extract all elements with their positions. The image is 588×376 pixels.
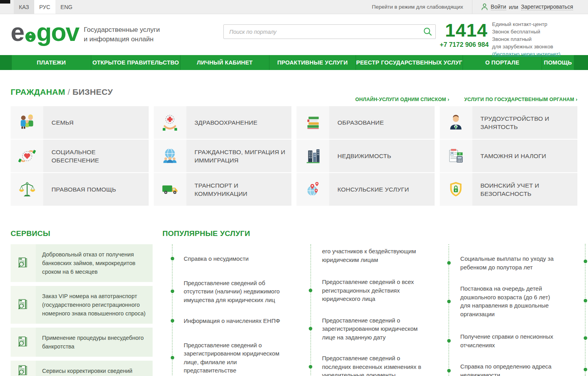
category-label: СЕМЬЯ [43,106,149,139]
popular-column-2: его участников к бездействующим юридичес… [301,244,439,376]
popular-service-link[interactable]: Социальные выплаты по уходу за ребенком … [449,254,577,271]
popular-service-link[interactable]: Информация о начислениях ЕНПФ [173,317,301,325]
login-area: Войти или Зарегистрироваться [472,0,588,14]
accessibility-mode-link[interactable]: Перейти в режим для слабовидящих [363,0,472,14]
category-transport[interactable]: ТРАНСПОРТ И КОММУНИКАЦИИ [154,173,292,206]
popular-service-link[interactable]: Предоставление сведений о зарегистрирова… [311,316,439,342]
services-title: СЕРВИСЫ [11,229,50,238]
category-education[interactable]: ОБРАЗОВАНИЕ [297,106,435,139]
section-links: ОНЛАЙН-УСЛУГИ ОДНИМ СПИСКОМ › УСЛУГИ ПО … [355,97,577,102]
document-search-icon [11,244,36,282]
document-search-icon [11,286,36,324]
contact-phone-block: 1414 +7 7172 906 984 [440,21,488,48]
popular-service-link[interactable]: Постановка на очередь детей дошкольного … [449,284,577,318]
category-label: ТАМОЖНЯ И НАЛОГИ [472,140,578,172]
lang-tab-rus[interactable]: РУС [34,0,55,14]
nav-item-payments[interactable]: ПЛАТЕЖИ [12,55,91,70]
tab-citizens[interactable]: ГРАЖДАНАМ [11,87,65,96]
popular-service-link[interactable]: Предоставление сведений о зарегистрирова… [173,341,301,375]
egov-portal-page: КАЗ РУС ENG Перейти в режим для слабовид… [0,0,588,376]
popular-service-link[interactable]: Справка о несудимости [173,254,301,263]
service-item-text: Применение процедуры внесудебного банкро… [36,328,153,357]
services-by-government-link[interactable]: УСЛУГИ ПО ГОСУДАРСТВЕННЫМ ОРГАНАМ › [464,97,577,102]
category-employment[interactable]: ТРУДОУСТРОЙСТВО И ЗАНЯТОСТЬ [440,106,578,139]
service-categories-grid: СЕМЬЯ ЗДРАВООХРАНЕНИЕ ОБРАЗОВАНИЕ ТРУДОУ… [0,106,588,206]
document-search-icon [11,328,36,357]
category-label: НЕДВИЖИМОСТЬ [329,140,435,172]
category-healthcare[interactable]: ЗДРАВООХРАНЕНИЕ [154,106,292,139]
window-corner-artifact [0,0,10,4]
login-or-text: или [509,4,518,10]
popular-service-link[interactable]: его участников к бездействующим юридичес… [311,247,439,264]
login-link[interactable]: Войти [491,4,506,10]
online-services-list-link[interactable]: ОНЛАЙН-УСЛУГИ ОДНИМ СПИСКОМ › [355,97,449,102]
category-citizenship[interactable]: ГРАЖДАНСТВО, МИГРАЦИЯ И ИММИГРАЦИЯ [154,140,292,172]
nav-item-personal-cabinet[interactable]: ЛИЧНЫЙ КАБИНЕТ [181,55,269,70]
category-label: ТРАНСПОРТ И КОММУНИКАЦИИ [186,173,292,206]
main-content: ГРАЖДАНАМ / БИЗНЕСУ ОНЛАЙН-УСЛУГИ ОДНИМ … [0,87,588,376]
legal-aid-icon [11,173,43,206]
popular-service-link[interactable]: Предоставление сведений об отсутствии (н… [173,279,301,304]
search-icon [423,27,432,36]
popular-service-link[interactable]: Справка по определению адреса недвижимос… [449,362,577,376]
tab-business[interactable]: БИЗНЕСУ [72,87,113,96]
popular-services: Справка о несудимости Предоставление све… [162,244,577,376]
category-label: ОБРАЗОВАНИЕ [329,106,435,139]
category-label: ТРУДОУСТРОЙСТВО И ЗАНЯТОСТЬ [472,106,578,139]
popular-service-link[interactable]: Предоставление сведений о всех регистрац… [311,278,439,303]
search-input[interactable] [224,29,420,35]
site-tagline: Государственные услуги и информация онла… [84,25,160,44]
phone-full: +7 7172 906 984 [440,41,488,48]
audience-section-head: ГРАЖДАНАМ / БИЗНЕСУ ОНЛАЙН-УСЛУГИ ОДНИМ … [11,87,577,102]
service-item[interactable]: Заказ VIP номера на автотранспорт (госуд… [11,286,153,324]
service-item-text: Добровольный отказ от получения банковск… [36,244,153,282]
transport-icon [154,173,186,206]
category-family[interactable]: СЕМЬЯ [11,106,149,139]
education-icon [297,106,329,139]
popular-service-link[interactable]: Предоставление сведений о последних внес… [311,354,439,376]
portal-search [223,24,436,39]
service-item[interactable]: Сервисы корректировки сведений [11,361,153,376]
popular-service-link[interactable]: Получение справки о пенсионных отчислени… [449,332,577,349]
category-consular[interactable]: КОНСУЛЬСКИЕ УСЛУГИ [297,173,435,206]
category-label: ЗДРАВООХРАНЕНИЕ [186,106,292,139]
register-link[interactable]: Зарегистрироваться [521,4,573,10]
bottom-section-body: Добровольный отказ от получения банковск… [0,244,588,376]
contact-info: Единый контакт-центр Звонок бесплатный З… [492,20,560,58]
nav-item-proactive-services[interactable]: ПРОАКТИВНЫЕ УСЛУГИ [269,55,356,70]
nav-item-open-government[interactable]: ОТКРЫТОЕ ПРАВИТЕЛЬСТВО [91,55,181,70]
category-military[interactable]: ВОИНСКИЙ УЧЕТ И БЕЗОПАСНОСТЬ [440,173,578,206]
family-icon [11,106,43,139]
customs-taxes-icon [440,140,472,172]
search-button[interactable] [420,25,435,39]
nav-left-spacer [0,55,12,70]
category-label: ПРАВОВАЯ ПОМОЩЬ [43,173,149,206]
bottom-section-titles: СЕРВИСЫ ПОПУЛЯРНЫЕ УСЛУГИ [0,229,588,238]
lang-tab-kaz[interactable]: КАЗ [14,0,34,14]
egov-logo[interactable]: e gov [11,21,79,43]
services-list: Добровольный отказ от получения банковск… [11,244,153,376]
logo-pin-icon [25,31,36,42]
top-utility-bar: КАЗ РУС ENG Перейти в режим для слабовид… [0,0,588,14]
nav-item-services-registry[interactable]: РЕЕСТР ГОСУДАРСТВЕННЫХ УСЛУГ [356,55,463,70]
employment-icon [440,106,472,139]
service-item[interactable]: Применение процедуры внесудебного банкро… [11,328,153,357]
healthcare-icon [154,106,186,139]
nav-right-spacer [574,55,588,70]
category-label: ГРАЖДАНСТВО, МИГРАЦИЯ И ИММИГРАЦИЯ [186,140,292,172]
category-real-estate[interactable]: НЕДВИЖИМОСТЬ [297,140,435,172]
lang-tab-eng[interactable]: ENG [55,0,77,14]
topbar-right: Перейти в режим для слабовидящих Войти и… [363,0,588,14]
service-item[interactable]: Добровольный отказ от получения банковск… [11,244,153,282]
social-security-icon [11,140,43,172]
category-customs-taxes[interactable]: ТАМОЖНЯ И НАЛОГИ [440,140,578,172]
logo-letter-e: e [11,21,24,43]
popular-services-title: ПОПУЛЯРНЫЕ УСЛУГИ [162,229,250,238]
user-icon [481,3,488,11]
site-header: e gov Государственные услуги и информаци… [0,14,588,55]
logo-word-gov: gov [37,21,79,43]
category-social-security[interactable]: СОЦИАЛЬНОЕ ОБЕСПЕЧЕНИЕ [11,140,149,172]
phone-short: 1414 [440,21,488,39]
internet-call-link[interactable]: (бесплатно через интернет) [492,51,560,57]
category-legal-aid[interactable]: ПРАВОВАЯ ПОМОЩЬ [11,173,149,206]
